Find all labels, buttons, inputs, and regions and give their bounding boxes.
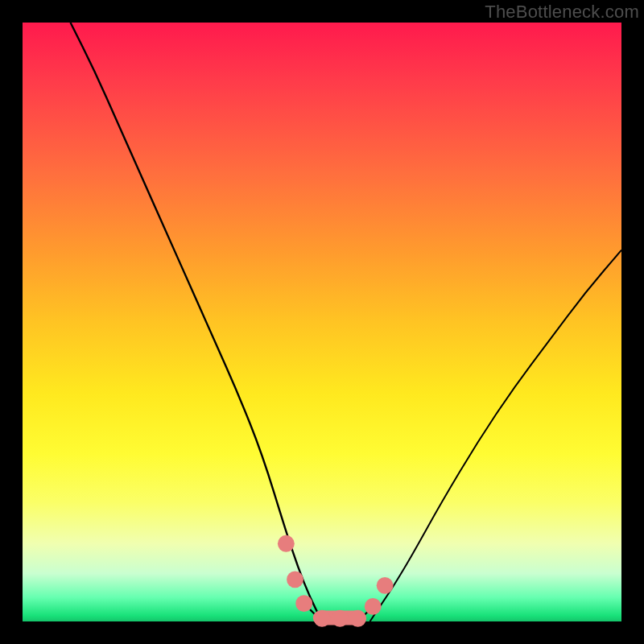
valley-marker (349, 610, 366, 627)
valley-markers (278, 535, 394, 627)
valley-marker (287, 572, 303, 588)
watermark-text: TheBottleneck.com (485, 2, 639, 23)
valley-marker (332, 610, 349, 627)
right-curve (370, 250, 621, 621)
valley-marker (314, 610, 331, 627)
valley-marker (365, 598, 382, 615)
chart-svg (23, 23, 621, 621)
left-curve (71, 23, 322, 621)
valley-marker (377, 577, 394, 594)
chart-plot-area (23, 23, 621, 621)
valley-marker (295, 595, 312, 612)
valley-marker (278, 535, 295, 552)
curve-group (71, 23, 621, 621)
chart-frame: TheBottleneck.com (0, 0, 644, 644)
